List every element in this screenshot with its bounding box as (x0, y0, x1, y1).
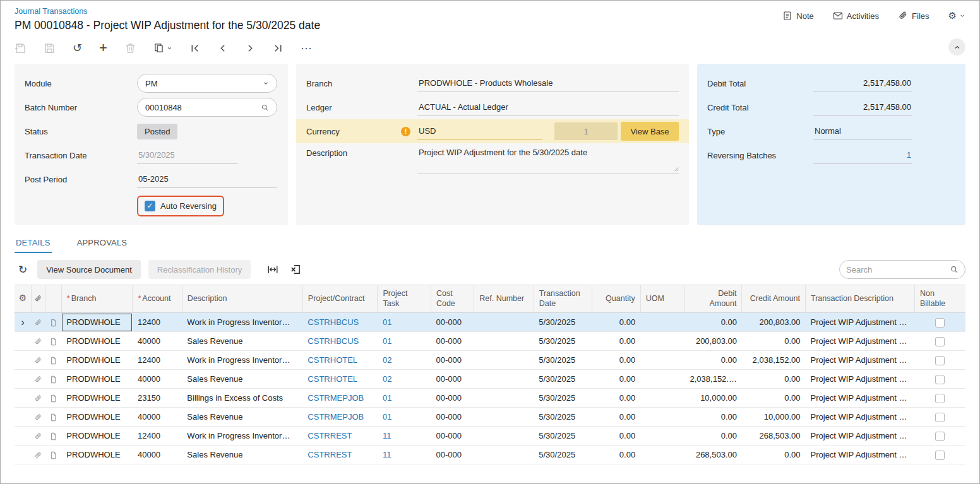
project_task-link[interactable]: 01 (383, 412, 391, 422)
go-first-button[interactable] (189, 43, 200, 54)
cell-account[interactable]: 12400 (133, 427, 182, 446)
cell-cost_code[interactable]: 00-000 (431, 446, 474, 464)
view-source-document-button[interactable]: View Source Document (37, 260, 141, 279)
cell-transaction_description[interactable]: Project WIP Adjustment … (806, 408, 915, 427)
cell-credit_amount[interactable]: 268,503.00 (742, 427, 806, 446)
cell-quantity[interactable]: 0.00 (592, 332, 640, 351)
cell-uom[interactable] (640, 313, 684, 332)
go-last-button[interactable] (273, 43, 284, 54)
cell-non_billable[interactable] (914, 370, 965, 389)
cell-project[interactable]: CSTRMEPJOB (302, 408, 378, 427)
description-field[interactable]: Project WIP Adjustment for the 5/30/2025… (417, 145, 679, 174)
cell-project[interactable]: CSTRMEPJOB (302, 389, 378, 408)
paperclip-icon[interactable] (34, 357, 42, 365)
cell-non_billable[interactable] (914, 332, 965, 351)
paperclip-icon[interactable] (34, 319, 42, 327)
cell-account[interactable]: 23150 (133, 389, 182, 408)
non-billable-checkbox[interactable] (935, 318, 945, 328)
grid-row[interactable]: ›PRODWHOLE12400Work in Progress Inventor… (15, 313, 965, 332)
cell-branch[interactable]: PRODWHOLE (61, 351, 133, 370)
cell-branch[interactable]: PRODWHOLE (61, 427, 133, 446)
note-file-icon[interactable] (49, 394, 57, 403)
cell-debit_amount[interactable]: 0.00 (685, 313, 742, 332)
cell-transaction_date[interactable]: 5/30/2025 (534, 351, 592, 370)
cell-non_billable[interactable] (914, 427, 965, 446)
row-selector-cell[interactable] (15, 389, 31, 408)
project_task-link[interactable]: 11 (383, 450, 391, 459)
cell-description[interactable]: Sales Revenue (182, 332, 302, 351)
cell-debit_amount[interactable]: 0.00 (685, 408, 742, 427)
row-attachments-cell[interactable] (31, 332, 45, 351)
column-header-branch[interactable]: *Branch (61, 285, 133, 313)
cell-transaction_date[interactable]: 5/30/2025 (534, 370, 592, 389)
non-billable-checkbox[interactable] (935, 413, 945, 422)
search-icon[interactable] (950, 265, 959, 274)
note-file-icon[interactable] (49, 375, 57, 384)
cell-debit_amount[interactable]: 0.00 (685, 351, 742, 370)
cell-project[interactable]: CSTRREST (302, 427, 378, 446)
gear-icon[interactable]: ⚙ (19, 293, 27, 303)
grid-row[interactable]: PRODWHOLE40000Sales RevenueCSTRMEPJOB010… (15, 408, 965, 427)
cell-quantity[interactable]: 0.00 (592, 446, 640, 464)
row-attachments-cell[interactable] (31, 313, 45, 332)
cell-transaction_date[interactable]: 5/30/2025 (534, 408, 592, 427)
cell-project_task[interactable]: 01 (378, 332, 431, 351)
cell-project[interactable]: CSTRHOTEL (302, 370, 378, 389)
paperclip-icon[interactable] (34, 432, 42, 440)
project_task-link[interactable]: 01 (383, 317, 391, 327)
currency-value[interactable]: USD (417, 123, 542, 140)
paperclip-icon[interactable] (34, 413, 42, 422)
note-file-icon[interactable] (49, 432, 57, 440)
project-link[interactable]: CSTRHBCUS (308, 317, 359, 327)
row-selector-cell[interactable] (15, 408, 31, 427)
refresh-icon[interactable]: ↻ (18, 264, 27, 275)
cell-credit_amount[interactable]: 0.00 (742, 370, 806, 389)
non-billable-checkbox[interactable] (935, 394, 945, 403)
cell-non_billable[interactable] (914, 446, 965, 464)
add-new-record-button[interactable]: + (99, 41, 107, 55)
cell-transaction_description[interactable]: Project WIP Adjustment … (806, 446, 915, 464)
grid-row[interactable]: PRODWHOLE12400Work in Progress Inventor…… (15, 351, 965, 370)
non-billable-checkbox[interactable] (935, 356, 945, 365)
note-file-icon[interactable] (49, 413, 57, 422)
column-header-cost_code[interactable]: Cost Code (431, 285, 474, 313)
grid-settings-header[interactable]: ⚙ (15, 285, 31, 313)
cell-branch[interactable]: PRODWHOLE (61, 408, 133, 427)
column-header-debit_amount[interactable]: Debit Amount (685, 285, 742, 313)
batch-number-input[interactable]: 00010848 (137, 98, 277, 117)
more-actions-button[interactable]: ··· (301, 42, 312, 54)
row-attachments-cell[interactable] (31, 370, 45, 389)
module-select[interactable]: PM (137, 74, 277, 93)
cell-transaction_description[interactable]: Project WIP Adjustment … (806, 389, 915, 408)
view-base-button[interactable]: View Base (621, 122, 679, 141)
collapse-form-button[interactable] (948, 38, 965, 56)
paperclip-icon[interactable] (34, 394, 42, 403)
cell-transaction_date[interactable]: 5/30/2025 (534, 332, 592, 351)
row-note-cell[interactable] (45, 427, 61, 446)
cell-debit_amount[interactable]: 2,038,152.00 (685, 370, 742, 389)
column-header-transaction_description[interactable]: Transaction Description (806, 285, 915, 313)
cell-cost_code[interactable]: 00-000 (431, 313, 474, 332)
cell-project_task[interactable]: 01 (378, 389, 431, 408)
column-header-ref_number[interactable]: Ref. Number (474, 285, 534, 313)
column-header-credit_amount[interactable]: Credit Amount (742, 285, 806, 313)
post-period-value[interactable]: 05-2025 (137, 171, 277, 188)
paperclip-icon[interactable] (34, 375, 42, 384)
note-button[interactable]: Note (782, 11, 813, 21)
cell-project[interactable]: CSTRHBCUS (302, 332, 378, 351)
cell-project[interactable]: CSTRHBCUS (302, 313, 378, 332)
cell-quantity[interactable]: 0.00 (592, 427, 640, 446)
go-previous-button[interactable] (217, 43, 228, 54)
non-billable-checkbox[interactable] (935, 432, 945, 441)
non-billable-checkbox[interactable] (935, 451, 945, 460)
row-selector-cell[interactable] (15, 332, 31, 351)
cell-credit_amount[interactable]: 200,803.00 (742, 313, 806, 332)
cell-branch[interactable]: PRODWHOLE (61, 313, 133, 332)
cell-uom[interactable] (640, 332, 684, 351)
note-file-icon[interactable] (49, 338, 57, 346)
cell-transaction_date[interactable]: 5/30/2025 (534, 389, 592, 408)
cell-uom[interactable] (640, 427, 684, 446)
cell-transaction_description[interactable]: Project WIP Adjustment … (806, 370, 915, 389)
project-link[interactable]: CSTRMEPJOB (308, 393, 364, 403)
row-note-cell[interactable] (45, 389, 61, 408)
